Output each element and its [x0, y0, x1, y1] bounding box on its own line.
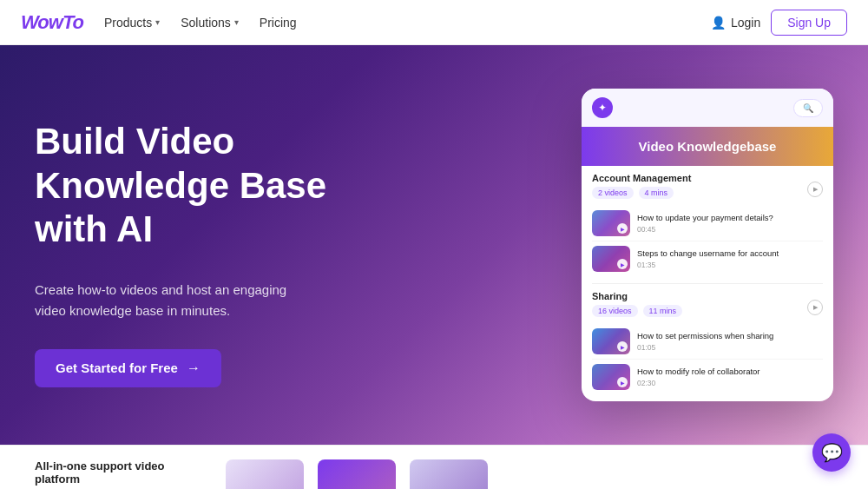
signup-button[interactable]: Sign Up: [771, 10, 847, 36]
card-logo-icon: ✦: [592, 97, 613, 118]
card-section-1: Account Management 2 videos 4 mins ▶ ▶ H…: [582, 166, 833, 283]
play-icon: ▶: [617, 259, 628, 269]
navbar: WowTo Products ▾ Solutions ▾ Pricing 👤 L…: [0, 0, 868, 45]
video-duration: 02:30: [637, 379, 823, 387]
meta-videos-1: 2 videos: [592, 187, 634, 199]
bottom-item-title: All-in-one support video platform: [35, 459, 191, 486]
card-topbar: ✦ 🔍: [582, 89, 833, 127]
chat-bubble-button[interactable]: 💬: [812, 433, 851, 472]
card-section-2: Sharing 16 videos 11 mins ▶ ▶ How to set…: [582, 284, 833, 401]
section2-meta: 16 videos 11 mins: [592, 305, 682, 317]
hero-section: Build Video Knowledge Base with AI Creat…: [0, 45, 868, 445]
chat-icon: 💬: [821, 442, 843, 463]
section1-meta: 2 videos 4 mins: [592, 187, 691, 199]
logo[interactable]: WowTo: [21, 11, 83, 34]
meta-duration-1: 4 mins: [639, 187, 674, 199]
video-title: How to update your payment details?: [637, 213, 823, 223]
hero-content: Build Video Knowledge Base with AI Creat…: [35, 120, 365, 387]
user-icon: 👤: [711, 16, 726, 30]
play-icon: ▶: [617, 341, 628, 352]
section2-title: Sharing: [592, 291, 682, 301]
video-item: ▶ How to set permissions when sharing 01…: [592, 324, 823, 360]
hero-title: Build Video Knowledge Base with AI: [35, 120, 365, 251]
meta-duration-2: 11 mins: [643, 305, 683, 317]
nav-pricing[interactable]: Pricing: [260, 12, 297, 33]
video-title: Steps to change username for account: [637, 248, 823, 259]
bottom-previews: [226, 459, 488, 489]
video-info: How to update your payment details? 00:4…: [637, 213, 823, 234]
nav-products[interactable]: Products ▾: [104, 12, 160, 33]
video-title: How to modify role of collaborator: [637, 367, 823, 377]
card-search[interactable]: 🔍: [793, 99, 823, 117]
navbar-left: WowTo Products ▾ Solutions ▾ Pricing: [21, 11, 297, 34]
meta-videos-2: 16 videos: [592, 305, 638, 317]
arrow-right-icon: →: [187, 360, 201, 376]
video-thumbnail: ▶: [592, 328, 630, 354]
video-title: How to set permissions when sharing: [637, 331, 823, 341]
bottom-item-1: All-in-one support video platform: [35, 459, 191, 489]
section1-title: Account Management: [592, 173, 691, 183]
navbar-right: 👤 Login Sign Up: [711, 10, 847, 36]
video-item: ▶ Steps to change username for account 0…: [592, 241, 823, 276]
video-item: ▶ How to modify role of collaborator 02:…: [592, 360, 823, 394]
nav-solutions[interactable]: Solutions ▾: [181, 12, 239, 33]
section2-play-button[interactable]: ▶: [807, 300, 823, 315]
chevron-down-icon: ▾: [155, 17, 160, 27]
video-info: How to set permissions when sharing 01:0…: [637, 331, 823, 352]
video-info: Steps to change username for account 01:…: [637, 248, 823, 269]
preview-thumbnail-3: [410, 459, 488, 489]
cta-button[interactable]: Get Started for Free →: [35, 349, 221, 387]
video-thumbnail: ▶: [592, 364, 630, 390]
video-thumbnail: ▶: [592, 246, 630, 272]
video-info: How to modify role of collaborator 02:30: [637, 367, 823, 387]
card-header: Video Knowledgebase: [582, 127, 833, 166]
video-duration: 00:45: [637, 225, 823, 234]
preview-thumbnail-1: [226, 459, 304, 489]
video-item: ▶ How to update your payment details? 00…: [592, 206, 823, 241]
video-duration: 01:05: [637, 343, 823, 352]
login-button[interactable]: 👤 Login: [711, 16, 760, 30]
grid-icon: ✦: [598, 102, 607, 114]
product-card: ✦ 🔍 Video Knowledgebase Account Manageme…: [582, 89, 833, 401]
chevron-down-icon: ▾: [234, 17, 239, 27]
play-icon: ▶: [617, 223, 628, 234]
hero-description: Create how-to videos and host an engagin…: [35, 280, 312, 321]
search-icon: 🔍: [803, 103, 813, 113]
section1-play-button[interactable]: ▶: [807, 182, 823, 197]
bottom-strip: All-in-one support video platform: [0, 445, 868, 489]
play-icon: ▶: [617, 377, 628, 387]
video-thumbnail: ▶: [592, 210, 630, 236]
preview-thumbnail-2: [318, 459, 396, 489]
video-duration: 01:35: [637, 261, 823, 269]
